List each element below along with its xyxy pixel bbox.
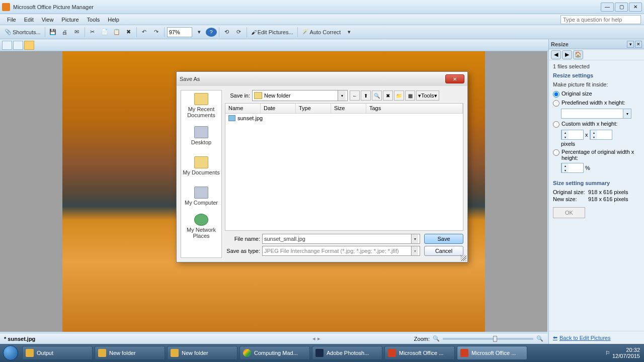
taskbar-item[interactable]: Microsoft Office ... [384, 346, 455, 360]
filename-input[interactable]: sunset_small.jpg▾ [262, 234, 420, 244]
task-pane: Resize ▾ ✕ ◀ ▶ 🏠 1 files selected Resize… [548, 39, 644, 344]
window-title: Microsoft Office Picture Manager [13, 4, 601, 10]
rotate-left-icon[interactable]: ⟲ [221, 27, 232, 38]
close-button[interactable]: ✕ [629, 3, 642, 12]
auto-correct-dropdown-icon[interactable]: ▾ [344, 27, 355, 38]
up-folder-icon[interactable]: ⬆ [361, 90, 371, 101]
minimize-button[interactable]: — [601, 3, 614, 12]
taskpane-close-icon[interactable]: ✕ [635, 41, 642, 48]
filename-label: File name: [225, 236, 260, 242]
redo-icon[interactable]: ↷ [151, 27, 162, 38]
views-icon[interactable]: ▦ [405, 90, 415, 101]
dialog-close-button[interactable]: ✕ [445, 74, 464, 83]
custom-width-input[interactable]: ▴▾ [561, 130, 584, 140]
col-type[interactable]: Type [296, 104, 331, 113]
col-name[interactable]: Name [225, 104, 261, 113]
taskbar-item[interactable]: New folder [167, 346, 237, 360]
zoom-in-icon[interactable]: 🔍 [536, 335, 543, 342]
single-view-button[interactable] [24, 41, 34, 50]
prev-image-button[interactable]: ◂ [312, 335, 315, 342]
taskpane-home-icon[interactable]: 🏠 [573, 50, 583, 59]
places-bar: My Recent Documents Desktop My Documents… [181, 90, 222, 258]
savein-combo[interactable]: New folder ▾ [252, 90, 348, 101]
file-row[interactable]: sunset.jpg [225, 114, 463, 123]
fit-label: Make picture fit inside: [553, 81, 640, 87]
delete-folder-icon[interactable]: ✖ [383, 90, 393, 101]
paste-icon[interactable]: 📋 [111, 27, 122, 38]
taskbar-item[interactable]: Microsoft Office ... [457, 346, 527, 360]
taskpane-back-icon[interactable]: ◀ [551, 50, 561, 59]
tray-flag-icon[interactable]: ⚐ [605, 350, 610, 356]
menu-picture[interactable]: Picture [57, 15, 83, 24]
place-computer[interactable]: My Computer [181, 181, 221, 211]
place-desktop[interactable]: Desktop [181, 121, 221, 151]
zoom-out-icon[interactable]: 🔍 [433, 335, 440, 342]
new-folder-icon[interactable]: 📁 [394, 90, 404, 101]
next-image-button[interactable]: ▸ [317, 335, 320, 342]
radio-percentage[interactable] [553, 149, 559, 156]
start-button[interactable] [0, 344, 21, 362]
file-list[interactable]: Name Date Type Size Tags sunset.jpg [225, 103, 463, 231]
print-icon[interactable]: 🖨 [59, 27, 70, 38]
thumbnail-view-button[interactable] [2, 41, 12, 50]
back-to-edit-link[interactable]: ⬅ Back to Edit Pictures [549, 331, 644, 344]
radio-custom[interactable] [553, 121, 559, 128]
custom-height-input[interactable]: ▴▾ [590, 130, 612, 140]
rotate-right-icon[interactable]: ⟳ [233, 27, 245, 38]
menu-tools[interactable]: Tools [83, 15, 104, 24]
system-tray[interactable]: ⚐ 20:32 12/07/2015 [601, 347, 644, 359]
col-tags[interactable]: Tags [366, 104, 463, 113]
save-icon[interactable]: 💾 [47, 27, 58, 38]
auto-correct-button[interactable]: 🪄Auto Correct [300, 27, 343, 38]
savetype-combo[interactable]: JPEG File Interchange Format (*.jpg; *.j… [262, 246, 420, 256]
help-search-input[interactable] [560, 15, 641, 24]
radio-predefined[interactable] [553, 100, 559, 107]
taskbar-item[interactable]: Computing Mad... [239, 346, 310, 360]
zoom-combo[interactable]: 97% [167, 27, 192, 37]
place-documents[interactable]: My Documents [181, 151, 221, 181]
cancel-button[interactable]: Cancel [424, 246, 463, 256]
zoom-dropdown-icon[interactable]: ▾ [194, 27, 205, 38]
zoom-label: Zoom: [414, 336, 430, 342]
predefined-size-dropdown[interactable]: ▾ [561, 109, 631, 119]
search-icon[interactable]: 🔍 [372, 90, 382, 101]
taskpane-forward-icon[interactable]: ▶ [562, 50, 572, 59]
col-date[interactable]: Date [261, 104, 296, 113]
edit-pictures-button[interactable]: 🖌Edit Pictures... [249, 27, 295, 38]
copy-icon[interactable]: 📄 [99, 27, 110, 38]
taskbar-item[interactable]: Adobe Photosh... [312, 346, 382, 360]
taskbar-item[interactable]: Output [22, 346, 93, 360]
radio-original-size[interactable] [553, 91, 559, 98]
cut-icon[interactable]: ✂ [87, 27, 98, 38]
back-nav-icon[interactable]: ← [350, 90, 360, 101]
shortcuts-button[interactable]: 📎Shortcuts... [3, 27, 43, 38]
tray-date: 12/07/2015 [612, 353, 640, 359]
window-titlebar: Microsoft Office Picture Manager — ▢ ✕ [0, 0, 644, 14]
resize-ok-button[interactable]: OK [553, 207, 585, 218]
delete-icon[interactable]: ✖ [123, 27, 134, 38]
taskpane-dropdown-icon[interactable]: ▾ [627, 41, 634, 48]
back-arrow-icon: ⬅ [553, 334, 557, 341]
mail-icon[interactable]: ✉ [71, 27, 83, 38]
place-network[interactable]: My Network Places [181, 211, 221, 241]
zoom-slider[interactable] [443, 338, 533, 340]
undo-icon[interactable]: ↶ [139, 27, 150, 38]
save-button[interactable]: Save [424, 234, 463, 244]
dialog-titlebar[interactable]: Save As ✕ [177, 72, 467, 86]
savetype-label: Save as type: [225, 248, 260, 254]
help-icon[interactable]: ? [206, 28, 217, 37]
savein-label: Save in: [225, 93, 250, 99]
status-bar: * sunset.jpg ◂ ▸ Zoom: 🔍 🔍 [0, 333, 547, 344]
menu-view[interactable]: View [38, 15, 58, 24]
taskbar-item[interactable]: New folder [95, 346, 165, 360]
menu-edit[interactable]: Edit [20, 15, 38, 24]
place-recent[interactable]: My Recent Documents [181, 90, 221, 121]
percentage-input[interactable]: ▴▾ [561, 163, 584, 173]
filmstrip-view-button[interactable] [13, 41, 23, 50]
resize-grip[interactable] [460, 255, 466, 261]
col-size[interactable]: Size [331, 104, 366, 113]
menu-help[interactable]: Help [104, 15, 123, 24]
menu-file[interactable]: File [3, 15, 20, 24]
maximize-button[interactable]: ▢ [615, 3, 628, 12]
tools-menu[interactable]: ▾Tools ▾ [416, 90, 439, 101]
